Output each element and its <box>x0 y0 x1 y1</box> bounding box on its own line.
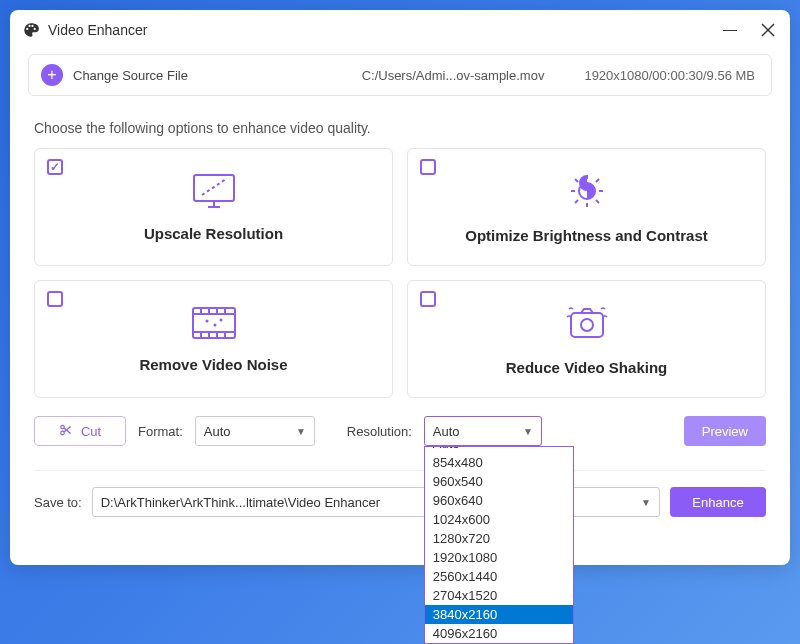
checkbox-checked-icon[interactable] <box>47 159 63 175</box>
add-source-button[interactable]: + <box>41 64 63 86</box>
resolution-option[interactable]: 4096x2160 <box>425 624 573 643</box>
svg-point-28 <box>219 318 222 321</box>
resolution-select-wrap: Auto ▼ Auto854x480960x540960x6401024x600… <box>424 416 542 446</box>
source-path: C:/Users/Admi...ov-sample.mov <box>362 68 545 83</box>
format-value: Auto <box>204 424 231 439</box>
resolution-option[interactable]: 1280x720 <box>425 529 573 548</box>
enhance-button[interactable]: Enhance <box>670 487 766 517</box>
palette-icon <box>22 21 40 39</box>
resolution-option[interactable]: 1920x1080 <box>425 548 573 567</box>
format-label: Format: <box>138 424 183 439</box>
option-upscale-resolution[interactable]: Upscale Resolution <box>34 148 393 266</box>
app-title: Video Enhancer <box>48 22 720 38</box>
resolution-option[interactable]: 854x480 <box>425 453 573 472</box>
caret-down-icon: ▼ <box>296 426 306 437</box>
instruction-text: Choose the following options to enhance … <box>34 120 766 136</box>
camera-shake-icon <box>563 303 611 347</box>
svg-line-14 <box>596 179 599 182</box>
svg-rect-29 <box>571 313 603 337</box>
preview-button[interactable]: Preview <box>684 416 766 446</box>
cut-button[interactable]: Cut <box>34 416 126 446</box>
caret-down-icon: ▼ <box>523 426 533 437</box>
resolution-dropdown[interactable]: Auto854x480960x540960x6401024x6001280x72… <box>424 446 574 644</box>
svg-point-30 <box>581 319 593 331</box>
resolution-option[interactable]: 960x640 <box>425 491 573 510</box>
svg-rect-15 <box>193 308 235 338</box>
format-select[interactable]: Auto ▼ <box>195 416 315 446</box>
sun-icon <box>565 171 609 215</box>
window-controls <box>720 20 778 40</box>
option-label: Reduce Video Shaking <box>506 359 667 376</box>
svg-line-11 <box>575 179 578 182</box>
cut-label: Cut <box>81 424 101 439</box>
divider <box>34 470 766 471</box>
checkbox-icon[interactable] <box>47 291 63 307</box>
checkbox-icon[interactable] <box>420 291 436 307</box>
plus-icon: + <box>47 67 56 83</box>
titlebar: Video Enhancer <box>10 10 790 50</box>
monitor-icon <box>192 173 236 213</box>
option-label: Optimize Brightness and Contrast <box>465 227 708 244</box>
resolution-select[interactable]: Auto ▼ <box>424 416 542 446</box>
film-icon <box>191 306 237 344</box>
option-brightness-contrast[interactable]: Optimize Brightness and Contrast <box>407 148 766 266</box>
checkbox-icon[interactable] <box>420 159 436 175</box>
source-info: 1920x1080/00:00:30/9.56 MB <box>584 68 755 83</box>
svg-line-12 <box>596 200 599 203</box>
scissors-icon <box>59 423 73 440</box>
save-row: Save to: D:\ArkThinker\ArkThink...ltimat… <box>34 487 766 517</box>
option-label: Remove Video Noise <box>139 356 287 373</box>
close-button[interactable] <box>758 20 778 40</box>
option-label: Upscale Resolution <box>144 225 283 242</box>
save-to-label: Save to: <box>34 495 82 510</box>
save-path-select[interactable]: D:\ArkThinker\ArkThink...ltimate\Video E… <box>92 487 660 517</box>
save-path-value: D:\ArkThinker\ArkThink...ltimate\Video E… <box>101 495 380 510</box>
resolution-option[interactable]: 960x540 <box>425 472 573 491</box>
source-bar: + Change Source File C:/Users/Admi...ov-… <box>28 54 772 96</box>
caret-down-icon: ▼ <box>641 497 651 508</box>
option-reduce-shaking[interactable]: Reduce Video Shaking <box>407 280 766 398</box>
resolution-value: Auto <box>433 424 460 439</box>
resolution-option[interactable]: 2704x1520 <box>425 586 573 605</box>
option-remove-noise[interactable]: Remove Video Noise <box>34 280 393 398</box>
change-source-label[interactable]: Change Source File <box>73 68 188 83</box>
controls-row: Cut Format: Auto ▼ Resolution: Auto ▼ Au… <box>34 416 766 446</box>
svg-line-3 <box>202 179 226 195</box>
resolution-option[interactable]: 3840x2160 <box>425 605 573 624</box>
svg-point-26 <box>205 319 208 322</box>
minimize-button[interactable] <box>720 20 740 40</box>
resolution-option[interactable]: Auto <box>425 446 573 453</box>
resolution-option[interactable]: 1024x600 <box>425 510 573 529</box>
svg-line-13 <box>575 200 578 203</box>
resolution-option[interactable]: 2560x1440 <box>425 567 573 586</box>
app-window: Video Enhancer + Change Source File C:/U… <box>10 10 790 565</box>
svg-point-27 <box>213 323 216 326</box>
options-grid: Upscale Resolution Optimize Brightness a… <box>34 148 766 398</box>
resolution-label: Resolution: <box>347 424 412 439</box>
